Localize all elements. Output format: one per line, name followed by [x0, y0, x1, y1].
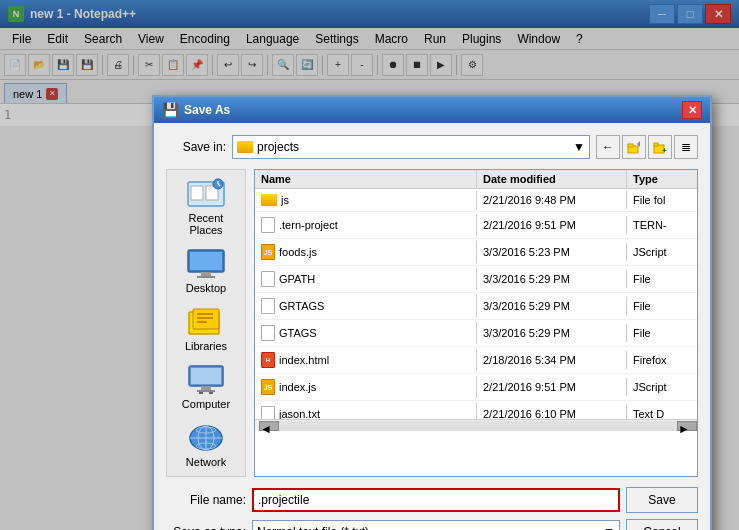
js-file-icon: JS — [261, 244, 275, 260]
file-type-cell: File fol — [627, 191, 697, 209]
file-date-cell: 3/3/2016 5:29 PM — [477, 324, 627, 342]
dialog-title: Save As — [184, 103, 682, 117]
place-desktop[interactable]: Desktop — [168, 244, 244, 298]
nav-new-folder-button[interactable]: + — [648, 135, 672, 159]
network-label: Network — [186, 456, 226, 468]
main-area: Recent Places Desktop — [166, 169, 698, 477]
save-in-label: Save in: — [166, 140, 226, 154]
filetype-dropdown[interactable]: Normal text file (*.txt) ▼ — [252, 520, 620, 530]
svg-rect-16 — [197, 313, 213, 315]
save-as-dialog: 💾 Save As ✕ Save in: projects ▼ ← — [152, 95, 712, 530]
svg-rect-12 — [201, 272, 211, 276]
file-name-text: foods.js — [279, 246, 317, 258]
svg-rect-13 — [197, 276, 215, 278]
save-in-dropdown[interactable]: projects ▼ — [232, 135, 590, 159]
filetype-value: Normal text file (*.txt) — [257, 525, 369, 530]
desktop-label: Desktop — [186, 282, 226, 294]
file-name-cell: GPATH — [255, 268, 477, 290]
svg-rect-24 — [209, 392, 213, 394]
file-date-cell: 2/21/2016 9:51 PM — [477, 216, 627, 234]
table-row[interactable]: GPATH 3/3/2016 5:29 PM File — [255, 266, 697, 293]
horizontal-scrollbar[interactable]: ◄ ► — [255, 419, 697, 431]
file-list-header: Name Date modified Type — [255, 170, 697, 189]
dialog-close-button[interactable]: ✕ — [682, 101, 702, 119]
svg-rect-20 — [191, 368, 221, 384]
file-name-cell: .tern-project — [255, 214, 477, 236]
file-name-cell: jason.txt — [255, 403, 477, 419]
filetype-label: Save as type: — [166, 525, 246, 530]
generic-file-icon — [261, 298, 275, 314]
file-type-cell: File — [627, 270, 697, 288]
scrollbar-track — [279, 421, 677, 431]
save-button[interactable]: Save — [626, 487, 698, 513]
dialog-body: Save in: projects ▼ ← — [154, 123, 710, 530]
svg-rect-22 — [197, 390, 215, 392]
file-type-cell: JScript — [627, 243, 697, 261]
file-type-cell: File — [627, 324, 697, 342]
html-file-icon: H — [261, 352, 275, 368]
file-name-text: index.html — [279, 354, 329, 366]
folder-icon — [237, 141, 253, 153]
nav-view-button[interactable]: ≣ — [674, 135, 698, 159]
table-row[interactable]: .tern-project 2/21/2016 9:51 PM TERN- — [255, 212, 697, 239]
file-date-cell: 3/3/2016 5:29 PM — [477, 297, 627, 315]
filetype-arrow-icon: ▼ — [603, 525, 615, 530]
computer-icon — [186, 364, 226, 396]
svg-text:+: + — [662, 146, 667, 154]
recent-places-label: Recent Places — [172, 212, 240, 236]
nav-up-button[interactable] — [622, 135, 646, 159]
file-date-cell: 2/18/2016 5:34 PM — [477, 351, 627, 369]
file-name-text: js — [281, 194, 289, 206]
cancel-button[interactable]: Cancel — [626, 519, 698, 530]
table-row[interactable]: H index.html 2/18/2016 5:34 PM Firefox — [255, 347, 697, 374]
file-date-cell: 2/21/2016 9:51 PM — [477, 378, 627, 396]
place-recent[interactable]: Recent Places — [168, 174, 244, 240]
dropdown-arrow-icon: ▼ — [573, 140, 585, 154]
filename-input[interactable] — [258, 493, 614, 507]
place-libraries[interactable]: Libraries — [168, 302, 244, 356]
scrollbar-left-btn[interactable]: ◄ — [259, 421, 279, 431]
file-name-cell: GTAGS — [255, 322, 477, 344]
table-row[interactable]: js 2/21/2016 9:48 PM File fol — [255, 189, 697, 212]
network-icon — [186, 422, 226, 454]
file-date-cell: 3/3/2016 5:29 PM — [477, 270, 627, 288]
file-name-cell: GRTAGS — [255, 295, 477, 317]
place-computer[interactable]: Computer — [168, 360, 244, 414]
table-row[interactable]: GRTAGS 3/3/2016 5:29 PM File — [255, 293, 697, 320]
col-name-header: Name — [255, 170, 477, 188]
table-row[interactable]: JS foods.js 3/3/2016 5:23 PM JScript — [255, 239, 697, 266]
filename-label: File name: — [166, 493, 246, 507]
file-name-text: jason.txt — [279, 408, 320, 419]
svg-rect-23 — [199, 392, 203, 394]
svg-rect-11 — [190, 252, 222, 270]
libraries-icon — [186, 306, 226, 338]
desktop-icon — [186, 248, 226, 280]
recent-places-icon — [186, 178, 226, 210]
js-file-icon: JS — [261, 379, 275, 395]
bottom-form: File name: Save Save as type: Normal tex… — [166, 487, 698, 530]
file-list: js 2/21/2016 9:48 PM File fol .tern-proj… — [255, 189, 697, 419]
file-name-text: GTAGS — [279, 327, 317, 339]
col-type-header: Type — [627, 170, 697, 188]
nav-back-button[interactable]: ← — [596, 135, 620, 159]
save-in-row: Save in: projects ▼ ← — [166, 135, 698, 159]
file-name-cell: js — [255, 191, 477, 209]
col-date-header: Date modified — [477, 170, 627, 188]
file-type-cell: Firefox — [627, 351, 697, 369]
place-network[interactable]: Network — [168, 418, 244, 472]
filename-input-container[interactable] — [252, 488, 620, 512]
table-row[interactable]: GTAGS 3/3/2016 5:29 PM File — [255, 320, 697, 347]
file-type-cell: JScript — [627, 378, 697, 396]
svg-rect-7 — [191, 186, 203, 200]
table-row[interactable]: JS index.js 2/21/2016 9:51 PM JScript — [255, 374, 697, 401]
table-row[interactable]: jason.txt 2/21/2016 6:10 PM Text D — [255, 401, 697, 419]
computer-label: Computer — [182, 398, 230, 410]
file-list-area: Name Date modified Type js 2/21/2016 9:4… — [254, 169, 698, 477]
file-name-text: .tern-project — [279, 219, 338, 231]
file-type-cell: TERN- — [627, 216, 697, 234]
folder-file-icon — [261, 194, 277, 206]
scrollbar-right-btn[interactable]: ► — [677, 421, 697, 431]
file-type-cell: Text D — [627, 405, 697, 419]
file-name-cell: JS index.js — [255, 376, 477, 398]
file-name-text: index.js — [279, 381, 316, 393]
